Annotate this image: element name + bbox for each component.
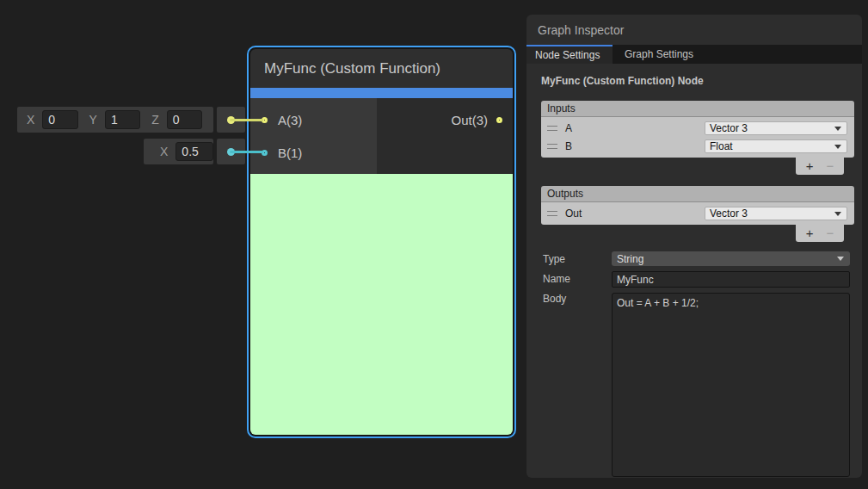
tab-graph-settings[interactable]: Graph Settings (613, 45, 705, 64)
remove-input-button[interactable]: − (827, 158, 834, 175)
inputs-list-footer: + − (796, 158, 844, 175)
port-row-a: A(3) (250, 103, 377, 136)
port-a-label: A(3) (278, 113, 302, 127)
node-title-bar[interactable]: MyFunc (Custom Function) (250, 49, 513, 88)
float-value-field[interactable]: 0.5 (175, 142, 213, 161)
node-input-ports: A(3) B(1) (250, 98, 377, 174)
node-accent-bar (250, 88, 513, 98)
type-dropdown[interactable]: String (612, 251, 850, 266)
inputs-list: Inputs A Vector 3 B Float (541, 101, 854, 158)
outputs-list-body: Out Vector 3 (541, 202, 854, 225)
remove-output-button[interactable]: − (827, 225, 834, 242)
outputs-list: Outputs Out Vector 3 (541, 186, 854, 225)
name-field[interactable]: MyFunc (612, 271, 850, 288)
tab-graph-settings-label: Graph Settings (625, 48, 693, 60)
float-x-label: X (160, 145, 168, 158)
outputs-list-title: Outputs (547, 188, 583, 200)
tab-node-settings-label: Node Settings (535, 49, 600, 61)
tab-node-settings[interactable]: Node Settings (526, 45, 613, 64)
body-label: Body (543, 293, 566, 305)
inspector-title-bar[interactable]: Graph Inspector (526, 15, 862, 45)
chevron-down-icon (834, 212, 841, 216)
node-title: MyFunc (Custom Function) (264, 60, 440, 77)
port-row-b: B(1) (250, 136, 377, 169)
wire-vector3-to-a[interactable] (230, 119, 263, 121)
outputs-list-header: Outputs (541, 186, 854, 202)
y-axis-label: Y (89, 113, 97, 127)
drag-handle-icon[interactable] (547, 144, 557, 149)
custom-function-node[interactable]: MyFunc (Custom Function) A(3) B(1) (247, 46, 516, 438)
inputs-list-header: Inputs (541, 101, 854, 117)
x-value-field[interactable]: 0 (42, 110, 77, 129)
list-item[interactable]: Out Vector 3 (541, 204, 854, 222)
z-value-field[interactable]: 0 (167, 110, 202, 129)
add-input-button[interactable]: + (806, 158, 814, 175)
input-a-name: A (565, 122, 705, 134)
float-value-widget: X 0.5 (144, 139, 213, 164)
port-out-label: Out(3) (451, 113, 488, 127)
node-output-ports: Out(3) (377, 98, 513, 174)
drag-handle-icon[interactable] (547, 211, 557, 216)
add-output-button[interactable]: + (806, 225, 814, 242)
list-item[interactable]: A Vector 3 (541, 119, 854, 137)
output-out-type-value: Vector 3 (710, 207, 748, 220)
port-b-label: B(1) (278, 145, 302, 160)
wire-float-to-b[interactable] (230, 151, 263, 153)
input-a-type-dropdown[interactable]: Vector 3 (705, 121, 847, 135)
node-content: MyFunc (Custom Function) A(3) B(1) (250, 49, 513, 435)
chevron-down-icon (834, 127, 841, 131)
type-dropdown-value: String (617, 253, 643, 265)
inspector-heading: MyFunc (Custom Function) Node (541, 75, 862, 87)
inputs-list-title: Inputs (547, 102, 576, 115)
input-b-type-value: Float (710, 140, 733, 152)
y-value-field[interactable]: 1 (105, 110, 140, 129)
port-row-out: Out(3) (377, 103, 513, 136)
node-ports: A(3) B(1) Out(3) (250, 98, 513, 174)
inspector-title: Graph Inspector (538, 23, 624, 37)
port-out-icon[interactable] (496, 117, 502, 123)
outputs-list-footer: + − (796, 225, 844, 242)
chevron-down-icon (834, 145, 841, 149)
body-field[interactable]: Out = A + B + 1/2; (612, 293, 850, 477)
z-axis-label: Z (151, 113, 159, 127)
inspector-tab-strip: Node Settings Graph Settings (526, 45, 862, 64)
input-b-type-dropdown[interactable]: Float (705, 139, 847, 153)
vector3-value-widget: X 0 Y 1 Z 0 (17, 107, 213, 133)
output-out-type-dropdown[interactable]: Vector 3 (705, 207, 847, 220)
input-b-name: B (565, 140, 705, 152)
graph-inspector-panel: Graph Inspector Node Settings Graph Sett… (526, 15, 862, 478)
output-out-name: Out (565, 207, 705, 220)
type-label: Type (543, 253, 565, 265)
inputs-list-body: A Vector 3 B Float (541, 117, 854, 158)
input-a-type-value: Vector 3 (710, 122, 748, 134)
drag-handle-icon[interactable] (547, 126, 557, 131)
name-label: Name (543, 273, 570, 285)
node-preview (250, 174, 513, 435)
list-item[interactable]: B Float (541, 137, 854, 155)
chevron-down-icon (837, 257, 844, 261)
x-axis-label: X (27, 113, 34, 127)
